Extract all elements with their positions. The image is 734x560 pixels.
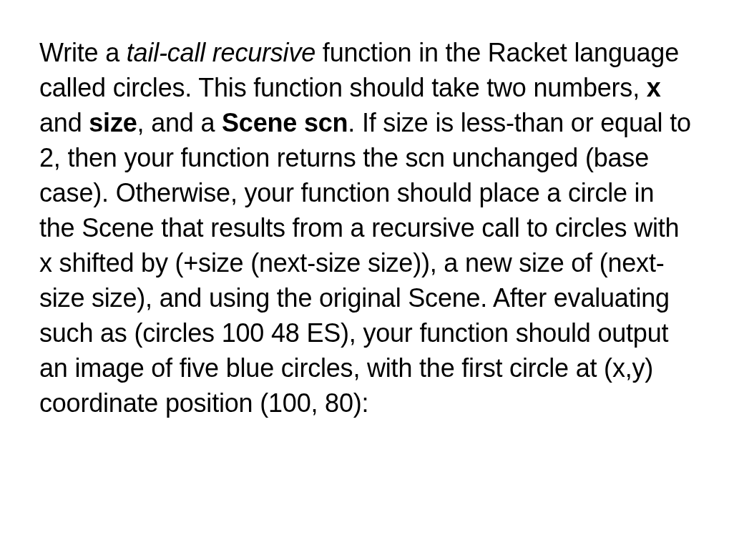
bold-variable-size: size — [89, 108, 137, 137]
text-segment: Write a — [39, 38, 127, 67]
italic-phrase: tail-call recursive — [127, 38, 315, 67]
text-segment: , and a — [137, 108, 222, 137]
text-segment: . If size is less-than or equal to 2, th… — [39, 108, 691, 418]
bold-variable-x: x — [647, 73, 661, 102]
bold-scene-scn: Scene scn — [222, 108, 348, 137]
problem-statement: Write a tail-call recursive function in … — [39, 36, 695, 421]
text-segment: and — [39, 108, 89, 137]
